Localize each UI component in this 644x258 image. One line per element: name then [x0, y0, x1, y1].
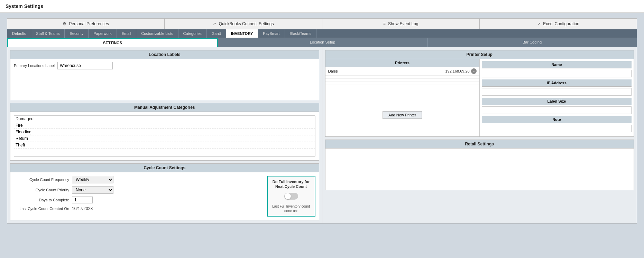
cycle-count-section: Cycle Count Settings Cycle Count Frequen…	[10, 163, 319, 220]
printer-row-dales: Dales 192.168.69.20 −	[325, 67, 479, 76]
priority-select[interactable]: None	[72, 186, 113, 194]
add-printer-row: Add New Printer	[325, 108, 479, 122]
nav-exec-configuration[interactable]: ↗ Exec. Configuration	[480, 19, 637, 29]
primary-location-label: Primary Locations Label	[14, 64, 55, 68]
nav-personal-preferences[interactable]: ⚙ Personal Preferences	[7, 19, 165, 29]
tab-security[interactable]: Security	[65, 29, 89, 38]
ip-field-input[interactable]	[482, 88, 632, 96]
tab-customizable-lists[interactable]: Customizable Lists	[136, 29, 178, 38]
full-inventory-toggle[interactable]	[284, 193, 298, 200]
printer-setup-body: Printers Dales 192.168.69.20 −	[325, 59, 634, 136]
tab-defaults[interactable]: Defaults	[7, 29, 31, 38]
retail-settings-header: Retail Settings	[325, 140, 634, 149]
cycle-count-header: Cycle Count Settings	[10, 164, 319, 172]
tab-inventory[interactable]: INVENTORY	[226, 29, 258, 38]
printers-col-header: Printers	[325, 59, 479, 67]
full-inventory-title: Do Full Inventory for Next Cycle Count	[270, 179, 312, 189]
printer-name-dales: Dales	[328, 69, 444, 73]
label-size-field-input[interactable]	[482, 106, 632, 114]
page-body: ⚙ Personal Preferences ↗ QuickBooks Conn…	[0, 13, 644, 229]
priority-row: Cycle Count Priority None	[14, 186, 264, 194]
cycle-count-body: Cycle Count Frequency Weekly Cycle Count…	[10, 172, 319, 220]
last-created-value: 10/17/2023	[72, 206, 93, 211]
tab-slack-teams[interactable]: Slack/Teams	[285, 29, 316, 38]
priority-label: Cycle Count Priority	[14, 188, 69, 192]
manual-adjustment-header: Manual Adjustment Categories	[10, 103, 319, 112]
days-row: Days to Complete	[14, 197, 264, 203]
last-created-row: Last Cycle Count Created On 10/17/2023	[14, 206, 264, 211]
external-link-icon: ↗	[537, 21, 541, 26]
printer-row-empty-3	[325, 82, 479, 85]
printer-list-column: Printers Dales 192.168.69.20 −	[325, 59, 480, 136]
top-nav: ⚙ Personal Preferences ↗ QuickBooks Conn…	[7, 18, 637, 29]
section-tabs: Defaults Staff & Teams Security Paperwor…	[7, 29, 637, 38]
manual-adjustment-section: Manual Adjustment Categories Damaged Fir…	[10, 103, 319, 161]
category-fire[interactable]: Fire	[14, 122, 315, 129]
name-field-label: Name	[482, 61, 632, 68]
subtab-settings[interactable]: SETTINGS	[7, 38, 218, 47]
label-size-field-label: Label Size	[482, 98, 632, 105]
full-inventory-sub: Last Full Inventory count done on:	[270, 204, 312, 213]
location-labels-header: Location Labels	[10, 50, 319, 59]
location-labels-row: Primary Locations Label	[10, 59, 319, 72]
printer-scroll: Dales 192.168.69.20 −	[325, 67, 479, 108]
name-field-input[interactable]	[482, 70, 632, 77]
nav-quickbooks[interactable]: ↗ QuickBooks Connect Settings	[165, 19, 322, 29]
add-printer-button[interactable]: Add New Printer	[383, 111, 422, 119]
printer-row-empty-2	[325, 79, 479, 82]
location-labels-section: Location Labels Primary Locations Label	[10, 50, 319, 100]
remove-printer-button[interactable]: −	[471, 68, 477, 74]
days-input[interactable]	[72, 197, 93, 203]
subtab-location-setup[interactable]: Location Setup	[218, 38, 427, 47]
cycle-count-left: Cycle Count Frequency Weekly Cycle Count…	[14, 176, 264, 217]
location-labels-extra	[10, 72, 319, 100]
subtab-bar-coding[interactable]: Bar Coding	[427, 38, 637, 47]
page-header: System Settings	[0, 0, 644, 13]
printer-setup-section: Printer Setup Printers Dales 192.168.69.…	[325, 50, 634, 137]
printer-right-section: Name IP Address Label Size Note	[480, 59, 634, 136]
category-damaged[interactable]: Damaged	[14, 116, 315, 122]
page-title: System Settings	[6, 3, 638, 9]
category-return[interactable]: Return	[14, 135, 315, 142]
days-label: Days to Complete	[14, 198, 69, 202]
main-content: Location Labels Primary Locations Label …	[7, 47, 637, 223]
gear-icon: ⚙	[63, 21, 66, 26]
primary-location-input[interactable]	[57, 62, 113, 69]
sub-tabs: SETTINGS Location Setup Bar Coding	[7, 38, 637, 47]
note-field-input[interactable]	[482, 125, 632, 132]
retail-settings-body	[325, 149, 634, 190]
category-flooding[interactable]: Flooding	[14, 129, 315, 135]
tab-staff-teams[interactable]: Staff & Teams	[31, 29, 65, 38]
link-icon: ↗	[213, 21, 216, 26]
printer-setup-header: Printer Setup	[325, 50, 634, 59]
left-column: Location Labels Primary Locations Label …	[7, 47, 322, 223]
tab-gantt[interactable]: Gantt	[207, 29, 226, 38]
frequency-row: Cycle Count Frequency Weekly	[14, 176, 264, 183]
list-icon: ≡	[383, 21, 386, 26]
nav-show-event-log[interactable]: ≡ Show Event Log	[322, 19, 480, 29]
printer-ip-dales: 192.168.69.20	[445, 69, 469, 73]
right-column: Printer Setup Printers Dales 192.168.69.…	[322, 47, 637, 223]
categories-list[interactable]: Damaged Fire Flooding Return Theft	[14, 115, 315, 157]
printer-row-empty-1	[325, 76, 479, 79]
manual-adjustment-body: Damaged Fire Flooding Return Theft	[10, 112, 319, 160]
frequency-select[interactable]: Weekly	[72, 176, 113, 183]
ip-field-label: IP Address	[482, 79, 632, 87]
tab-paperwork[interactable]: Paperwork	[89, 29, 117, 38]
note-field-label: Note	[482, 116, 632, 123]
full-inventory-box: Do Full Inventory for Next Cycle Count L…	[267, 176, 315, 217]
tab-categories[interactable]: Categories	[178, 29, 207, 38]
last-created-label: Last Cycle Count Created On	[14, 207, 69, 211]
printer-row-empty-4	[325, 85, 479, 88]
retail-settings-section: Retail Settings	[325, 140, 634, 190]
printer-name-column: Name IP Address Label Size Note	[480, 59, 634, 136]
tab-email[interactable]: Email	[117, 29, 137, 38]
category-theft[interactable]: Theft	[14, 142, 315, 149]
frequency-label: Cycle Count Frequency	[14, 178, 69, 182]
tab-paysmart[interactable]: PaySmart	[258, 29, 285, 38]
